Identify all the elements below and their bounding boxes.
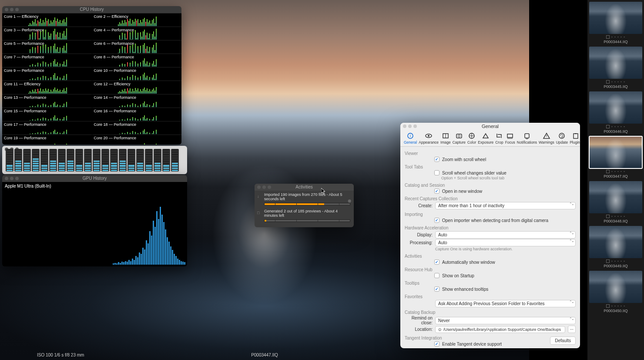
core-cell: Core 4 — Performance: [92, 27, 182, 40]
thumbnail-image: [589, 2, 642, 34]
remind-select[interactable]: Never: [435, 317, 576, 324]
core-cell: Core 11 — Efficiency: [2, 81, 92, 94]
download-icon: ↓: [257, 194, 259, 199]
tab-notifications[interactable]: Notifications: [516, 131, 538, 145]
tab-label: Update: [556, 140, 568, 145]
thumbnail-filename: P0003450.IIQ: [589, 309, 642, 315]
thumbnail[interactable]: • • • • • P0003449.IIQ: [589, 226, 642, 270]
tab-color[interactable]: Color: [466, 131, 477, 145]
core-cell: Core 5 — Performance: [2, 40, 92, 53]
auto-show-checkbox[interactable]: [434, 259, 439, 265]
thumbnail-filename: P0003444.IIQ: [589, 40, 642, 46]
location-label: Location:: [405, 327, 433, 332]
svg-rect-11: [525, 134, 529, 138]
enhanced-tooltips-checkbox[interactable]: [434, 286, 439, 292]
thumbnail[interactable]: • • • • • P0003446.IIQ: [589, 91, 642, 135]
preferences-window[interactable]: General iGeneralAppearanceImageCaptureCo…: [400, 123, 580, 348]
tab-update[interactable]: Update: [555, 131, 569, 145]
core-cell: Core 18 — Performance: [92, 121, 182, 134]
tab-label: Appearance: [419, 140, 439, 145]
tab-label: Focus: [505, 140, 515, 145]
processing-label: Processing:: [405, 240, 433, 245]
location-browse-button[interactable]: ···: [568, 326, 576, 333]
tab-label: Capture: [453, 140, 466, 145]
cpu-meter: [110, 149, 118, 172]
cpu-history-window[interactable]: CPU History Core 1 — EfficiencyCore 2 — …: [2, 6, 181, 145]
section-tooltabs: Tool Tabs: [405, 165, 576, 169]
cancel-icon[interactable]: ⊗: [348, 199, 351, 203]
defaults-button[interactable]: Defaults: [550, 336, 576, 345]
cpu-meter: [171, 149, 179, 172]
tangent-checkbox[interactable]: [434, 341, 439, 347]
cpu-meter: [101, 149, 109, 172]
open-new-window-label: Open in new window: [442, 189, 482, 194]
rating-box[interactable]: [606, 125, 610, 128]
tab-crop[interactable]: Crop: [494, 131, 504, 145]
tab-focus[interactable]: Focus: [504, 131, 516, 145]
thumbnail-browser[interactable]: • • • • • P0003444.IIQ • • • • • P000344…: [587, 0, 644, 360]
thumbnail-image: [589, 47, 642, 79]
thumbnail-filename: P0003446.IIQ: [589, 129, 642, 135]
tab-exposure[interactable]: Exposure: [477, 131, 494, 145]
processing-select[interactable]: Auto: [435, 239, 576, 246]
cpu-history-title: CPU History: [2, 6, 181, 13]
window-controls[interactable]: [403, 124, 417, 128]
thumbnail-filename: P0003447.IIQ: [589, 174, 642, 180]
activities-title: Activities: [255, 184, 354, 191]
warnings-icon: [543, 132, 550, 139]
thumbnail[interactable]: • • • • • P0003448.IIQ: [589, 181, 642, 225]
create-select[interactable]: After more than 1 hour of inactivity: [435, 202, 576, 209]
svg-rect-9: [507, 134, 513, 138]
svg-rect-6: [456, 134, 462, 138]
tab-general[interactable]: iGeneral: [403, 131, 418, 145]
tab-capture[interactable]: Capture: [452, 131, 466, 145]
thumbnail[interactable]: • • • • • P0003445.IIQ: [589, 47, 642, 91]
cpu-meters-window[interactable]: [2, 146, 187, 174]
activities-window[interactable]: Activities ↓ Imported 190 images from 27…: [255, 184, 354, 227]
scroll-slider-checkbox[interactable]: [434, 170, 439, 175]
location-field[interactable]: ⊙/Users/paulreiffer/Library/Application …: [435, 326, 565, 333]
svg-point-7: [458, 135, 460, 137]
activity-text: Generated 2 out of 185 previews - About …: [264, 209, 350, 218]
rating-box[interactable]: [606, 35, 610, 39]
open-new-window-checkbox[interactable]: [434, 188, 439, 194]
core-cell: Core 13 — Performance: [2, 94, 92, 107]
rating-box[interactable]: [606, 170, 610, 173]
show-startup-checkbox[interactable]: [434, 273, 439, 278]
tab-label: General: [404, 140, 417, 145]
tab-appearance[interactable]: Appearance: [418, 131, 439, 145]
cpu-meter: [127, 149, 135, 172]
window-controls[interactable]: [257, 185, 271, 189]
open-importer-label: Open importer when detecting card from d…: [442, 218, 548, 223]
general-icon: i: [406, 132, 414, 139]
zoom-scroll-checkbox[interactable]: [434, 157, 439, 162]
thumbnail[interactable]: • • • • • P0003447.IIQ: [589, 136, 642, 180]
tab-image[interactable]: Image: [439, 131, 452, 145]
gpu-history-window[interactable]: GPU History Apple M1 Ultra (Built-In): [2, 175, 187, 266]
rating-box[interactable]: [606, 304, 610, 308]
favorites-select[interactable]: Ask About Adding Previous Session Folder…: [435, 300, 576, 307]
thumbnail[interactable]: • • • • • P0003444.IIQ: [589, 2, 642, 46]
window-controls[interactable]: [5, 8, 19, 11]
open-importer-checkbox[interactable]: [434, 218, 439, 223]
core-cell: Core 19 — Performance: [2, 135, 92, 145]
core-cell: Core 16 — Performance: [92, 108, 182, 121]
cpu-meter: [162, 149, 170, 172]
core-cell: Core 12 — Efficiency: [92, 81, 182, 94]
display-select[interactable]: Auto: [435, 231, 576, 239]
activity-text: Imported 190 images from 270 files - Abo…: [264, 192, 350, 201]
thumbnail[interactable]: • • • • • P0003450.IIQ: [589, 271, 642, 315]
rating-box[interactable]: [606, 259, 610, 263]
tab-label: Warnings: [539, 140, 554, 145]
tab-plugins[interactable]: Plugins: [569, 131, 580, 145]
square-icon: □: [257, 211, 259, 215]
thumbnail-image: [589, 226, 642, 258]
rating-box[interactable]: [606, 215, 610, 218]
gpu-history-title: GPU History: [2, 175, 187, 182]
rating-box[interactable]: [606, 80, 610, 84]
exif-info: ISO 100 1/6 s f/8 23 mm: [37, 353, 84, 357]
crop-icon: [495, 132, 503, 139]
tab-warnings[interactable]: Warnings: [538, 131, 555, 145]
window-controls[interactable]: [5, 177, 19, 180]
core-cell: Core 17 — Performance: [2, 121, 92, 134]
